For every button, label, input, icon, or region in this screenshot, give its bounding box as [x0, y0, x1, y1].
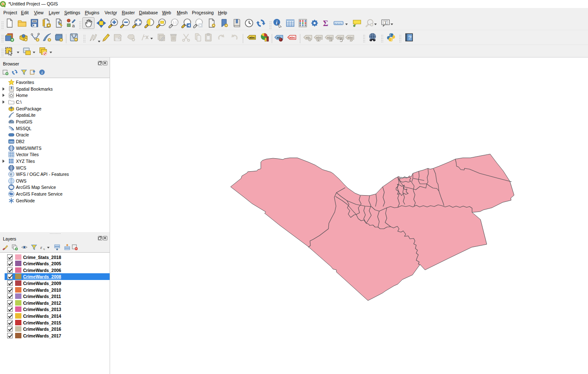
svg-text:η: η — [43, 247, 45, 251]
svg-text:abc: abc — [316, 36, 322, 39]
svg-text:abc: abc — [290, 36, 296, 39]
svg-text:?: ? — [408, 34, 412, 41]
svg-text:abc: abc — [249, 36, 255, 39]
svg-text:abc: abc — [348, 36, 354, 39]
svg-text:T: T — [385, 21, 387, 25]
svg-text:1:1: 1:1 — [173, 21, 177, 24]
svg-text:ε: ε — [40, 245, 42, 250]
svg-text:DB2: DB2 — [9, 140, 14, 143]
svg-text:a: a — [72, 23, 75, 28]
svg-text:V: V — [10, 173, 12, 176]
svg-text:Σ: Σ — [323, 19, 328, 28]
